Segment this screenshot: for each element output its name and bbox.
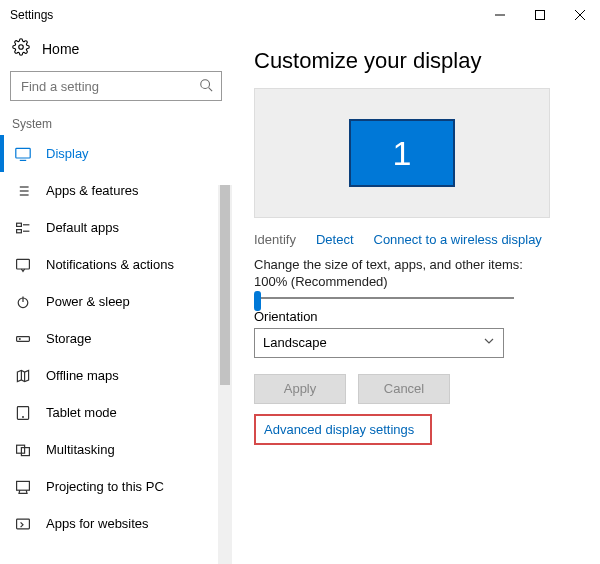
connect-wireless-link[interactable]: Connect to a wireless display — [374, 232, 542, 247]
svg-rect-22 — [17, 336, 30, 341]
svg-point-23 — [19, 338, 20, 339]
sidebar-item-apps-websites[interactable]: Apps for websites — [0, 505, 232, 542]
search-field[interactable] — [19, 78, 199, 95]
scale-slider[interactable] — [254, 297, 514, 299]
search-input[interactable] — [10, 71, 222, 101]
title-bar: Settings — [0, 0, 600, 30]
svg-rect-28 — [17, 445, 25, 453]
orientation-value: Landscape — [263, 335, 327, 350]
svg-rect-30 — [17, 481, 30, 490]
svg-rect-19 — [17, 259, 30, 269]
sidebar-item-projecting[interactable]: Projecting to this PC — [0, 468, 232, 505]
close-button[interactable] — [560, 0, 600, 30]
nav-list: Display Apps & features Default apps Not… — [0, 135, 232, 542]
sidebar-item-apps-features[interactable]: Apps & features — [0, 172, 232, 209]
orientation-select[interactable]: Landscape — [254, 328, 504, 358]
sidebar-item-storage[interactable]: Storage — [0, 320, 232, 357]
gear-icon — [12, 38, 30, 59]
cancel-button[interactable]: Cancel — [358, 374, 450, 404]
sidebar-item-label: Apps for websites — [46, 516, 149, 531]
scale-label: Change the size of text, apps, and other… — [254, 257, 554, 291]
window-title: Settings — [10, 8, 480, 22]
advanced-settings-highlight: Advanced display settings — [254, 414, 432, 445]
detect-link[interactable]: Detect — [316, 232, 354, 247]
group-label: System — [0, 111, 232, 135]
svg-point-27 — [23, 416, 24, 417]
sidebar-item-label: Projecting to this PC — [46, 479, 164, 494]
sidebar-item-offline-maps[interactable]: Offline maps — [0, 357, 232, 394]
search-icon — [199, 78, 213, 95]
map-icon — [14, 368, 32, 384]
svg-rect-1 — [536, 11, 545, 20]
apply-button[interactable]: Apply — [254, 374, 346, 404]
sidebar-item-label: Multitasking — [46, 442, 115, 457]
sidebar-item-label: Display — [46, 146, 89, 161]
notifications-icon — [14, 257, 32, 273]
minimize-button[interactable] — [480, 0, 520, 30]
content-pane: Customize your display 1 Identify Detect… — [232, 30, 600, 564]
sidebar-item-label: Tablet mode — [46, 405, 117, 420]
monitor-number: 1 — [393, 134, 412, 173]
projecting-icon — [14, 479, 32, 495]
home-link[interactable]: Home — [0, 30, 232, 71]
sidebar-item-notifications[interactable]: Notifications & actions — [0, 246, 232, 283]
display-actions-row: Identify Detect Connect to a wireless di… — [254, 232, 582, 247]
sidebar: Home System Display Apps & features Defa… — [0, 30, 232, 564]
sidebar-item-label: Storage — [46, 331, 92, 346]
home-label: Home — [42, 41, 79, 57]
orientation-label: Orientation — [254, 309, 582, 324]
sidebar-item-label: Apps & features — [46, 183, 139, 198]
svg-line-6 — [209, 87, 213, 91]
svg-rect-17 — [17, 229, 22, 232]
sidebar-item-label: Default apps — [46, 220, 119, 235]
storage-icon — [14, 331, 32, 347]
list-icon — [14, 183, 32, 199]
scrollbar-thumb[interactable] — [220, 185, 230, 385]
sidebar-item-label: Offline maps — [46, 368, 119, 383]
svg-rect-7 — [16, 148, 30, 158]
identify-link[interactable]: Identify — [254, 232, 296, 247]
svg-point-4 — [19, 45, 24, 50]
sidebar-item-label: Notifications & actions — [46, 257, 174, 272]
chevron-down-icon — [483, 335, 495, 350]
link-icon — [14, 516, 32, 532]
sidebar-item-multitasking[interactable]: Multitasking — [0, 431, 232, 468]
sidebar-item-default-apps[interactable]: Default apps — [0, 209, 232, 246]
slider-thumb[interactable] — [254, 291, 261, 311]
tablet-icon — [14, 405, 32, 421]
page-heading: Customize your display — [254, 48, 582, 74]
maximize-button[interactable] — [520, 0, 560, 30]
svg-rect-29 — [21, 447, 29, 455]
sidebar-item-display[interactable]: Display — [0, 135, 232, 172]
power-icon — [14, 294, 32, 310]
multitasking-icon — [14, 442, 32, 458]
sidebar-item-power-sleep[interactable]: Power & sleep — [0, 283, 232, 320]
apply-cancel-row: Apply Cancel — [254, 374, 582, 404]
svg-point-5 — [201, 79, 210, 88]
svg-rect-15 — [17, 223, 22, 226]
defaults-icon — [14, 220, 32, 236]
advanced-display-settings-link[interactable]: Advanced display settings — [264, 422, 414, 437]
sidebar-scrollbar[interactable] — [218, 185, 232, 564]
sidebar-item-tablet-mode[interactable]: Tablet mode — [0, 394, 232, 431]
display-icon — [14, 146, 32, 162]
display-preview[interactable]: 1 — [254, 88, 550, 218]
monitor-tile[interactable]: 1 — [349, 119, 455, 187]
sidebar-item-label: Power & sleep — [46, 294, 130, 309]
